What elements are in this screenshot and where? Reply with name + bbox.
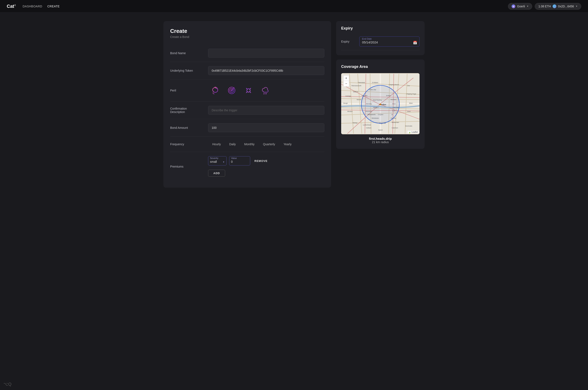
- value-input[interactable]: [231, 160, 248, 163]
- coverage-title: Coverage Area: [341, 64, 420, 69]
- zoom-in-button[interactable]: +: [344, 75, 349, 81]
- nav-create[interactable]: CREATE: [47, 5, 60, 8]
- svg-line-10: [250, 92, 251, 93]
- frequency-options: Hourly Daily Monthly Quarterly Yearly: [208, 141, 324, 147]
- svg-text:Uxbridge: Uxbridge: [345, 95, 351, 97]
- remove-button[interactable]: REMOVE: [253, 158, 269, 163]
- frequency-row: Frequency Hourly Daily Monthly Quarterly…: [170, 137, 324, 152]
- underlying-token-input[interactable]: [208, 66, 324, 75]
- expiry-row: Expiry End Date 📅: [341, 35, 420, 50]
- underlying-token-row: Underlying Token: [170, 62, 324, 80]
- svg-text:Windsor: Windsor: [347, 111, 353, 112]
- end-date-input[interactable]: [362, 41, 411, 44]
- freq-monthly[interactable]: Monthly: [240, 141, 259, 147]
- map-container: London Rickmansworth Uxbridge Slough Win…: [341, 73, 420, 134]
- premiums-content: Severity small medium large Value REMOVE…: [208, 156, 324, 177]
- rain-icon[interactable]: [259, 84, 272, 97]
- coverage-radius: 21 km radius: [341, 140, 420, 144]
- logo-sup: X: [14, 3, 16, 6]
- bottom-left-icon: ⌥Q: [3, 382, 12, 387]
- radar-icon[interactable]: [225, 84, 238, 97]
- svg-text:Epsom: Epsom: [378, 129, 383, 131]
- bond-amount-label: Bond Amount: [170, 126, 204, 129]
- svg-text:Rickmansworth: Rickmansworth: [352, 85, 361, 87]
- value-label: Value: [231, 157, 248, 159]
- network-label: Goerli: [517, 5, 525, 8]
- wallet-address: 0x2D...6456: [558, 5, 574, 8]
- panel-title: Create: [170, 28, 324, 34]
- freq-quarterly[interactable]: Quarterly: [259, 141, 279, 147]
- svg-text:Snod: Snod: [407, 111, 410, 112]
- peril-row: Peril: [170, 80, 324, 102]
- coverage-info: first.heads.drip 21 km radius: [341, 137, 420, 144]
- severity-label: Severity: [210, 157, 225, 159]
- wallet-button[interactable]: 1.08 ETH 0x2D...6456 ▼: [535, 3, 581, 10]
- svg-text:Westerham: Westerham: [392, 122, 399, 123]
- svg-text:Chipping Barnet: Chipping Barnet: [389, 84, 399, 86]
- expiry-title: Expiry: [341, 26, 420, 31]
- premiums-row: Premiums Severity small medium large Val…: [170, 152, 324, 181]
- navbar-right: ◆ Goerli ▼ 1.08 ETH 0x2D...6456 ▼: [508, 3, 581, 10]
- svg-text:Harrow: Harrow: [356, 99, 361, 100]
- leaflet-credit: 🍃 Leaflet: [407, 131, 419, 134]
- cyclone-icon[interactable]: [208, 84, 222, 97]
- svg-text:Woking: Woking: [353, 122, 357, 124]
- bond-amount-row: Bond Amount: [170, 119, 324, 137]
- svg-text:Leatherhead: Leatherhead: [363, 124, 371, 126]
- bond-amount-input[interactable]: [208, 123, 324, 132]
- severity-select[interactable]: small medium large: [210, 160, 225, 163]
- expiry-label: Expiry: [341, 40, 356, 43]
- svg-line-13: [264, 93, 264, 94]
- heat-icon[interactable]: [242, 84, 255, 97]
- logo-text: Cat: [7, 3, 14, 9]
- zoom-out-button[interactable]: −: [344, 81, 349, 87]
- value-input-wrap: Value: [229, 156, 250, 165]
- network-button[interactable]: ◆ Goerli ▼: [508, 3, 532, 10]
- calendar-icon[interactable]: 📅: [413, 41, 417, 45]
- map-zoom-controls: + −: [343, 75, 349, 87]
- svg-text:Cobham: Cobham: [366, 127, 371, 129]
- peril-icons: [208, 84, 272, 97]
- premiums-label: Premiums: [170, 165, 204, 168]
- svg-point-78: [380, 103, 381, 105]
- navbar: CatX DASHBOARD CREATE ◆ Goerli ▼ 1.08 ET…: [0, 0, 588, 13]
- svg-line-14: [265, 93, 265, 94]
- confirmation-description-row: ConfirmationDescription: [170, 102, 324, 119]
- wallet-icon: [553, 4, 556, 8]
- svg-point-4: [247, 89, 250, 92]
- bond-name-row: Bond Name: [170, 45, 324, 62]
- svg-text:Thamstead: Thamstead: [358, 82, 365, 83]
- confirmation-description-input[interactable]: [208, 106, 324, 115]
- eth-amount: 1.08 ETH: [538, 5, 551, 8]
- svg-text:Chipping Ongar: Chipping Ongar: [406, 93, 416, 95]
- add-button[interactable]: ADD: [208, 170, 225, 177]
- main-content: Create Create a Bond Bond Name Underlyin…: [147, 13, 441, 196]
- freq-yearly[interactable]: Yearly: [279, 141, 296, 147]
- peril-label: Peril: [170, 89, 204, 92]
- expiry-card: Expiry Expiry End Date 📅: [336, 21, 425, 55]
- end-date-label: End Date: [362, 38, 417, 40]
- svg-text:Watford: Watford: [353, 91, 358, 93]
- wallet-chevron-icon: ▼: [576, 5, 578, 7]
- svg-line-12: [246, 92, 247, 93]
- date-input-wrap: End Date 📅: [359, 37, 420, 47]
- coverage-area-card: Coverage Area: [336, 59, 425, 149]
- right-panel: Expiry Expiry End Date 📅 Coverage Area: [336, 21, 425, 188]
- logo: CatX: [7, 3, 16, 9]
- svg-line-15: [266, 93, 267, 94]
- freq-daily[interactable]: Daily: [225, 141, 240, 147]
- coverage-name: first.heads.drip: [341, 137, 420, 140]
- bond-name-input[interactable]: [208, 49, 324, 57]
- panel-subtitle: Create a Bond: [170, 35, 324, 39]
- svg-text:Billeri: Billeri: [409, 102, 413, 104]
- svg-line-9: [246, 88, 247, 89]
- frequency-label: Frequency: [170, 143, 204, 146]
- map-svg: London Rickmansworth Uxbridge Slough Win…: [341, 73, 420, 134]
- nav-dashboard[interactable]: DASHBOARD: [23, 5, 42, 8]
- bond-name-label: Bond Name: [170, 51, 204, 55]
- freq-hourly[interactable]: Hourly: [208, 141, 225, 147]
- svg-text:St Albans: St Albans: [372, 82, 378, 83]
- svg-text:Sevenoaks: Sevenoaks: [405, 125, 412, 127]
- severity-select-wrap: Severity small medium large: [208, 156, 227, 165]
- premium-row: Severity small medium large Value REMOVE: [208, 156, 324, 165]
